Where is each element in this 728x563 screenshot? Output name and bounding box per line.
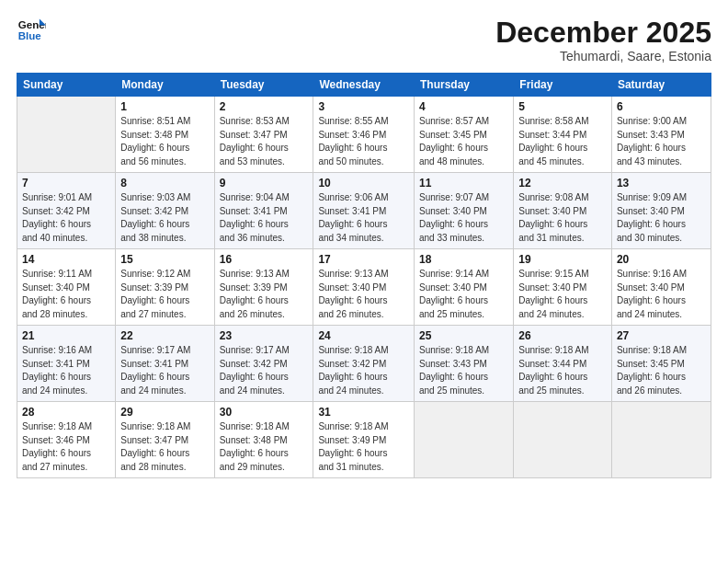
day-number: 3 <box>318 100 409 113</box>
day-number: 4 <box>419 100 508 113</box>
day-info: Sunrise: 9:16 AMSunset: 3:41 PMDaylight:… <box>22 344 110 397</box>
table-row: 2Sunrise: 8:53 AMSunset: 3:47 PMDaylight… <box>214 97 313 173</box>
day-info: Sunrise: 9:16 AMSunset: 3:40 PMDaylight:… <box>617 268 706 321</box>
col-tuesday: Tuesday <box>214 74 313 97</box>
subtitle: Tehumardi, Saare, Estonia <box>495 49 711 63</box>
day-number: 29 <box>120 406 209 419</box>
table-row: 14Sunrise: 9:11 AMSunset: 3:40 PMDayligh… <box>17 249 116 326</box>
day-info: Sunrise: 8:57 AMSunset: 3:45 PMDaylight:… <box>419 115 508 168</box>
day-number: 1 <box>120 100 209 113</box>
col-saturday: Saturday <box>611 74 711 97</box>
col-friday: Friday <box>514 74 612 97</box>
day-number: 7 <box>22 177 110 190</box>
table-row <box>414 402 513 478</box>
day-info: Sunrise: 9:18 AMSunset: 3:45 PMDaylight:… <box>617 344 706 397</box>
day-info: Sunrise: 9:18 AMSunset: 3:48 PMDaylight:… <box>220 420 309 474</box>
calendar-week-row: 28Sunrise: 9:18 AMSunset: 3:46 PMDayligh… <box>17 402 711 478</box>
table-row: 4Sunrise: 8:57 AMSunset: 3:45 PMDaylight… <box>414 97 513 173</box>
page: General Blue December 2025 Tehumardi, Sa… <box>0 0 728 563</box>
table-row: 31Sunrise: 9:18 AMSunset: 3:49 PMDayligh… <box>313 402 415 478</box>
day-info: Sunrise: 9:18 AMSunset: 3:46 PMDaylight:… <box>22 420 110 474</box>
table-row: 15Sunrise: 9:12 AMSunset: 3:39 PMDayligh… <box>116 249 214 326</box>
table-row: 5Sunrise: 8:58 AMSunset: 3:44 PMDaylight… <box>514 97 612 173</box>
logo-icon: General Blue <box>17 17 46 42</box>
day-info: Sunrise: 9:00 AMSunset: 3:43 PMDaylight:… <box>617 115 706 168</box>
table-row: 16Sunrise: 9:13 AMSunset: 3:39 PMDayligh… <box>214 249 313 326</box>
day-info: Sunrise: 9:09 AMSunset: 3:40 PMDaylight:… <box>617 191 706 245</box>
day-info: Sunrise: 9:07 AMSunset: 3:40 PMDaylight:… <box>419 191 508 245</box>
day-number: 27 <box>617 329 706 342</box>
table-row: 25Sunrise: 9:18 AMSunset: 3:43 PMDayligh… <box>414 326 513 402</box>
day-info: Sunrise: 9:15 AMSunset: 3:40 PMDaylight:… <box>518 268 607 321</box>
day-number: 11 <box>419 177 508 190</box>
table-row <box>514 402 612 478</box>
day-number: 23 <box>220 329 309 342</box>
table-row: 28Sunrise: 9:18 AMSunset: 3:46 PMDayligh… <box>17 402 116 478</box>
day-number: 24 <box>318 329 409 342</box>
day-number: 12 <box>518 177 607 190</box>
table-row: 23Sunrise: 9:17 AMSunset: 3:42 PMDayligh… <box>214 326 313 402</box>
svg-text:Blue: Blue <box>18 30 42 41</box>
day-number: 6 <box>617 100 706 113</box>
month-title: December 2025 <box>495 17 711 49</box>
table-row: 24Sunrise: 9:18 AMSunset: 3:42 PMDayligh… <box>313 326 415 402</box>
day-number: 22 <box>120 329 209 342</box>
header: General Blue December 2025 Tehumardi, Sa… <box>17 17 711 63</box>
table-row: 26Sunrise: 9:18 AMSunset: 3:44 PMDayligh… <box>514 326 612 402</box>
col-sunday: Sunday <box>17 74 116 97</box>
day-info: Sunrise: 9:18 AMSunset: 3:42 PMDaylight:… <box>318 344 409 397</box>
day-info: Sunrise: 9:13 AMSunset: 3:40 PMDaylight:… <box>318 268 409 321</box>
table-row: 6Sunrise: 9:00 AMSunset: 3:43 PMDaylight… <box>611 97 711 173</box>
table-row: 8Sunrise: 9:03 AMSunset: 3:42 PMDaylight… <box>116 173 214 249</box>
day-number: 28 <box>22 406 110 419</box>
col-thursday: Thursday <box>414 74 513 97</box>
table-row: 12Sunrise: 9:08 AMSunset: 3:40 PMDayligh… <box>514 173 612 249</box>
day-number: 31 <box>318 406 409 419</box>
day-number: 25 <box>419 329 508 342</box>
day-number: 5 <box>518 100 607 113</box>
table-row: 19Sunrise: 9:15 AMSunset: 3:40 PMDayligh… <box>514 249 612 326</box>
day-info: Sunrise: 9:17 AMSunset: 3:41 PMDaylight:… <box>120 344 209 397</box>
day-number: 30 <box>220 406 309 419</box>
day-info: Sunrise: 9:08 AMSunset: 3:40 PMDaylight:… <box>518 191 607 245</box>
calendar-week-row: 21Sunrise: 9:16 AMSunset: 3:41 PMDayligh… <box>17 326 711 402</box>
day-info: Sunrise: 9:18 AMSunset: 3:47 PMDaylight:… <box>120 420 209 474</box>
calendar-table: Sunday Monday Tuesday Wednesday Thursday… <box>17 73 711 478</box>
table-row: 13Sunrise: 9:09 AMSunset: 3:40 PMDayligh… <box>611 173 711 249</box>
table-row: 20Sunrise: 9:16 AMSunset: 3:40 PMDayligh… <box>611 249 711 326</box>
calendar-week-row: 1Sunrise: 8:51 AMSunset: 3:48 PMDaylight… <box>17 97 711 173</box>
day-number: 16 <box>220 253 309 266</box>
day-number: 19 <box>518 253 607 266</box>
day-info: Sunrise: 8:51 AMSunset: 3:48 PMDaylight:… <box>120 115 209 168</box>
day-info: Sunrise: 8:55 AMSunset: 3:46 PMDaylight:… <box>318 115 409 168</box>
day-info: Sunrise: 9:01 AMSunset: 3:42 PMDaylight:… <box>22 191 110 245</box>
day-info: Sunrise: 9:12 AMSunset: 3:39 PMDaylight:… <box>120 268 209 321</box>
table-row: 22Sunrise: 9:17 AMSunset: 3:41 PMDayligh… <box>116 326 214 402</box>
day-info: Sunrise: 9:11 AMSunset: 3:40 PMDaylight:… <box>22 268 110 321</box>
day-number: 26 <box>518 329 607 342</box>
day-info: Sunrise: 9:06 AMSunset: 3:41 PMDaylight:… <box>318 191 409 245</box>
day-info: Sunrise: 9:18 AMSunset: 3:49 PMDaylight:… <box>318 420 409 474</box>
table-row: 21Sunrise: 9:16 AMSunset: 3:41 PMDayligh… <box>17 326 116 402</box>
logo: General Blue <box>17 17 46 42</box>
day-info: Sunrise: 9:14 AMSunset: 3:40 PMDaylight:… <box>419 268 508 321</box>
day-number: 10 <box>318 177 409 190</box>
table-row: 18Sunrise: 9:14 AMSunset: 3:40 PMDayligh… <box>414 249 513 326</box>
day-info: Sunrise: 9:18 AMSunset: 3:43 PMDaylight:… <box>419 344 508 397</box>
table-row: 1Sunrise: 8:51 AMSunset: 3:48 PMDaylight… <box>116 97 214 173</box>
table-row: 7Sunrise: 9:01 AMSunset: 3:42 PMDaylight… <box>17 173 116 249</box>
table-row: 27Sunrise: 9:18 AMSunset: 3:45 PMDayligh… <box>611 326 711 402</box>
table-row: 9Sunrise: 9:04 AMSunset: 3:41 PMDaylight… <box>214 173 313 249</box>
table-row: 10Sunrise: 9:06 AMSunset: 3:41 PMDayligh… <box>313 173 415 249</box>
table-row: 30Sunrise: 9:18 AMSunset: 3:48 PMDayligh… <box>214 402 313 478</box>
col-wednesday: Wednesday <box>313 74 415 97</box>
day-number: 14 <box>22 253 110 266</box>
day-number: 9 <box>220 177 309 190</box>
table-row: 3Sunrise: 8:55 AMSunset: 3:46 PMDaylight… <box>313 97 415 173</box>
title-block: December 2025 Tehumardi, Saare, Estonia <box>495 17 711 63</box>
table-row: 17Sunrise: 9:13 AMSunset: 3:40 PMDayligh… <box>313 249 415 326</box>
day-info: Sunrise: 9:04 AMSunset: 3:41 PMDaylight:… <box>220 191 309 245</box>
day-info: Sunrise: 8:58 AMSunset: 3:44 PMDaylight:… <box>518 115 607 168</box>
day-info: Sunrise: 9:17 AMSunset: 3:42 PMDaylight:… <box>220 344 309 397</box>
day-number: 20 <box>617 253 706 266</box>
